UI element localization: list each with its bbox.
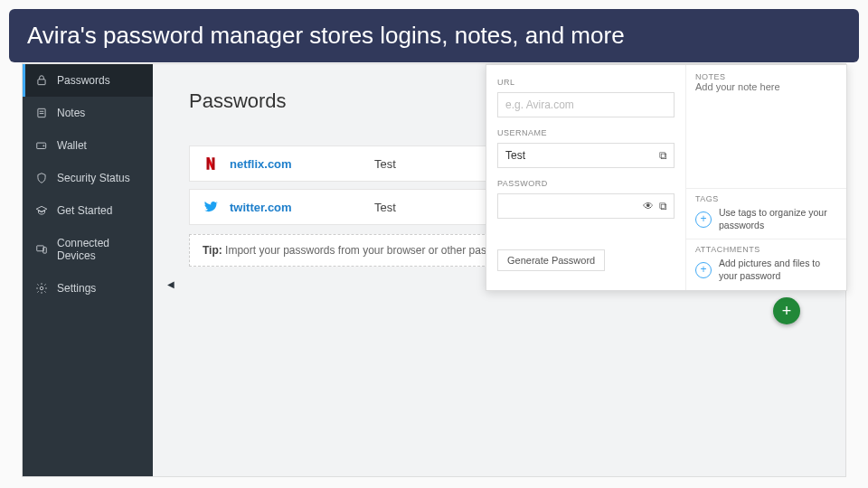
sidebar-label: Wallet — [57, 139, 87, 152]
username-input[interactable] — [497, 143, 675, 168]
password-detail-panel: URL USERNAME ⧉ PASSWORD 👁 ⧉ Generate Pas… — [486, 64, 847, 291]
sidebar-item-wallet[interactable]: Wallet — [23, 129, 153, 162]
svg-rect-5 — [37, 246, 44, 251]
svg-point-7 — [40, 286, 43, 290]
lock-icon — [35, 74, 48, 87]
password-label: PASSWORD — [497, 179, 675, 188]
sidebar-label: Settings — [57, 282, 96, 295]
sidebar: Passwords Notes Wallet Security Status G… — [23, 64, 153, 476]
graduation-icon — [35, 204, 48, 217]
tags-hint: Use tags to organize your passwords — [719, 207, 837, 231]
note-icon — [35, 107, 48, 119]
svg-point-4 — [43, 145, 44, 146]
svg-rect-9 — [212, 157, 215, 170]
url-label: URL — [497, 78, 675, 87]
netflix-icon — [203, 155, 219, 172]
tags-section: TAGS + Use tags to organize your passwor… — [686, 188, 846, 239]
sidebar-item-devices[interactable]: Connected Devices — [23, 227, 153, 272]
eye-icon[interactable]: 👁 — [643, 200, 654, 212]
sidebar-label: Get Started — [57, 204, 112, 217]
sidebar-label: Connected Devices — [57, 237, 140, 262]
sidebar-item-passwords[interactable]: Passwords — [23, 64, 153, 97]
sidebar-item-settings[interactable]: Settings — [23, 272, 153, 305]
sidebar-label: Security Status — [57, 172, 130, 184]
devices-icon — [35, 243, 48, 256]
notes-input[interactable] — [695, 81, 837, 177]
plus-icon: + — [782, 302, 792, 321]
app-window: Passwords Notes Wallet Security Status G… — [22, 63, 846, 477]
sidebar-item-notes[interactable]: Notes — [23, 97, 153, 129]
row-username: Test — [374, 201, 396, 214]
copy-icon[interactable]: ⧉ — [659, 200, 667, 212]
copy-icon[interactable]: ⧉ — [659, 149, 667, 162]
main-content: Passwords netflix.com Test twitter.com T… — [153, 64, 845, 476]
tags-label: TAGS — [695, 194, 837, 203]
attachments-section: ATTACHMENTS + Add pictures and files to … — [686, 239, 846, 289]
wallet-icon — [35, 139, 48, 152]
tip-label: Tip: — [203, 244, 222, 257]
sidebar-item-security[interactable]: Security Status — [23, 162, 153, 194]
sidebar-label: Passwords — [57, 74, 110, 87]
row-username: Test — [374, 157, 396, 171]
detail-side: NOTES TAGS + Use tags to organize your p… — [685, 65, 846, 290]
attachments-label: ATTACHMENTS — [695, 245, 837, 254]
twitter-icon — [203, 199, 219, 215]
url-input[interactable] — [497, 92, 675, 117]
sidebar-label: Notes — [57, 107, 85, 119]
row-domain: twitter.com — [230, 201, 374, 214]
username-label: USERNAME — [497, 128, 675, 137]
svg-rect-0 — [38, 80, 45, 85]
svg-rect-8 — [207, 157, 210, 170]
gear-icon — [35, 282, 48, 295]
add-tag-button[interactable]: + — [695, 211, 712, 228]
attachments-hint: Add pictures and files to your password — [719, 258, 837, 282]
row-domain: netflix.com — [230, 157, 374, 171]
sidebar-item-get-started[interactable]: Get Started — [23, 194, 153, 227]
detail-fields: URL USERNAME ⧉ PASSWORD 👁 ⧉ Generate Pas… — [486, 65, 685, 290]
caption-banner: Avira's password manager stores logins, … — [9, 9, 859, 62]
add-attachment-button[interactable]: + — [695, 262, 712, 278]
add-password-fab[interactable]: + — [773, 297, 800, 324]
generate-password-button[interactable]: Generate Password — [497, 249, 605, 271]
shield-icon — [35, 172, 48, 184]
svg-rect-1 — [38, 108, 45, 117]
tip-text: Import your passwords from your browser … — [222, 244, 515, 257]
notes-label: NOTES — [695, 72, 837, 81]
